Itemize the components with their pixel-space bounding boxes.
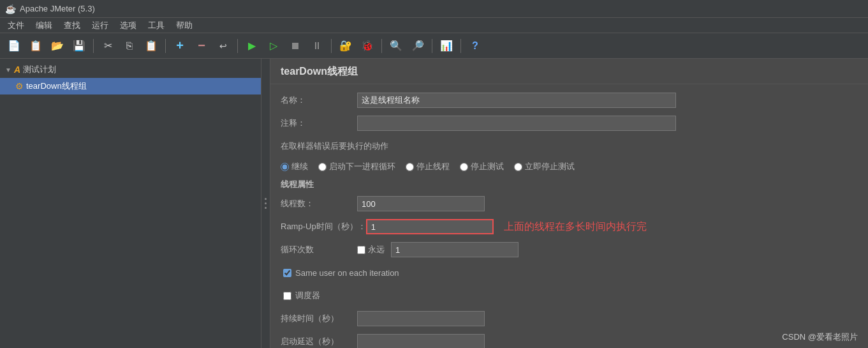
same-user-row: Same user on each iteration bbox=[281, 264, 858, 281]
startup-delay-row: 启动延迟（秒） bbox=[281, 333, 858, 348]
scheduler-row: 调度器 bbox=[281, 287, 858, 304]
menu-find[interactable]: 查找 bbox=[59, 19, 85, 33]
sampler-error-section: 在取样器错误后要执行的动作 继续 启动下一进程循环 停止线程 bbox=[281, 138, 858, 172]
content-title: tearDown线程组 bbox=[270, 59, 868, 84]
duration-label: 持续时间（秒） bbox=[281, 313, 357, 324]
sep5 bbox=[381, 39, 382, 53]
option-stop-test-now[interactable]: 立即停止测试 bbox=[514, 161, 575, 172]
sidebar-resize-handle[interactable] bbox=[261, 59, 270, 348]
menu-file[interactable]: 文件 bbox=[3, 19, 29, 33]
name-row: 名称： bbox=[281, 92, 858, 109]
function-helper-button[interactable]: 🐞 bbox=[357, 36, 378, 56]
sep3 bbox=[237, 39, 238, 53]
start-no-pauses-button[interactable]: ▷ bbox=[263, 36, 284, 56]
option-stop-test[interactable]: 停止测试 bbox=[460, 161, 504, 172]
teardown-label: tearDown线程组 bbox=[26, 80, 87, 92]
expand-arrow: ▼ bbox=[5, 66, 11, 73]
scheduler-checkbox[interactable] bbox=[283, 292, 291, 300]
forever-text: 永远 bbox=[368, 244, 385, 255]
comment-label: 注释： bbox=[281, 117, 357, 129]
dot1 bbox=[265, 198, 267, 200]
sampler-error-options: 继续 启动下一进程循环 停止线程 停止测试 bbox=[281, 161, 575, 172]
clear-button[interactable]: ↩ bbox=[213, 36, 233, 56]
duration-row: 持续时间（秒） bbox=[281, 310, 858, 327]
watermark: CSDN @爱看老照片 bbox=[782, 331, 858, 343]
continue-label: 继续 bbox=[291, 161, 308, 172]
templates-button[interactable]: 📋 bbox=[26, 36, 46, 56]
paste-button[interactable]: 📋 bbox=[141, 36, 161, 56]
remove-button[interactable]: − bbox=[191, 36, 212, 56]
option-stop-thread[interactable]: 停止线程 bbox=[406, 161, 450, 172]
loop-count-label: 循环次数 bbox=[281, 244, 357, 255]
menu-edit[interactable]: 编辑 bbox=[31, 19, 57, 33]
loop-row: 永远 bbox=[357, 242, 519, 257]
menu-tools[interactable]: 工具 bbox=[143, 19, 170, 33]
main-layout: ▼ A 测试计划 ⚙ tearDown线程组 tearDown线程组 名称： 注… bbox=[0, 59, 868, 348]
same-user-label[interactable]: Same user on each iteration bbox=[283, 268, 399, 278]
new-button[interactable]: 📄 bbox=[4, 36, 24, 56]
thread-count-input[interactable] bbox=[357, 196, 485, 211]
name-label: 名称： bbox=[281, 95, 357, 106]
toolbar: 📄 📋 📂 💾 ✂ ⎘ 📋 + − ↩ ▶ ▷ ⏹ ⏸ 🔐 🐞 🔍 🔎 📊 ? bbox=[0, 33, 868, 59]
cut-button[interactable]: ✂ bbox=[98, 36, 118, 56]
stop-test-now-label: 立即停止测试 bbox=[525, 161, 575, 172]
thread-count-label: 线程数： bbox=[281, 198, 357, 209]
radio-stop-test-now[interactable] bbox=[514, 163, 522, 171]
loop-count-input[interactable] bbox=[391, 242, 519, 257]
forever-checkbox[interactable] bbox=[357, 246, 365, 254]
app-icon: ☕ bbox=[5, 4, 16, 14]
menu-options[interactable]: 选项 bbox=[115, 19, 142, 33]
menu-bar: 文件 编辑 查找 运行 选项 工具 帮助 bbox=[0, 18, 868, 33]
teardown-icon: ⚙ bbox=[15, 81, 24, 91]
sep4 bbox=[331, 39, 332, 53]
thread-count-row: 线程数： bbox=[281, 195, 858, 212]
copy-button[interactable]: ⎘ bbox=[119, 36, 140, 56]
sep6 bbox=[432, 39, 432, 53]
sidebar: ▼ A 测试计划 ⚙ tearDown线程组 bbox=[0, 59, 261, 348]
ramp-up-label: Ramp-Up时间（秒）： bbox=[281, 221, 366, 232]
dot2 bbox=[265, 202, 267, 204]
radio-continue[interactable] bbox=[281, 163, 289, 171]
ramp-up-annotation: 上面的线程在多长时间内执行完 bbox=[504, 220, 647, 234]
option-continue[interactable]: 继续 bbox=[281, 161, 308, 172]
start-next-label: 启动下一进程循环 bbox=[329, 161, 395, 172]
ramp-up-input[interactable] bbox=[366, 219, 494, 234]
radio-stop-thread[interactable] bbox=[406, 163, 414, 171]
comment-input[interactable] bbox=[357, 116, 676, 131]
menu-run[interactable]: 运行 bbox=[87, 19, 114, 33]
open-button[interactable]: 📂 bbox=[47, 36, 68, 56]
save-button[interactable]: 💾 bbox=[69, 36, 89, 56]
debug-button[interactable]: 🔍 bbox=[386, 36, 406, 56]
sep2 bbox=[165, 39, 166, 53]
sidebar-item-test-plan[interactable]: ▼ A 测试计划 bbox=[0, 61, 261, 78]
scheduler-label[interactable]: 调度器 bbox=[283, 290, 320, 301]
stop-button[interactable]: ⏹ bbox=[285, 36, 305, 56]
scheduler-text: 调度器 bbox=[295, 290, 320, 301]
same-user-checkbox[interactable] bbox=[283, 269, 291, 277]
add-button[interactable]: + bbox=[170, 36, 190, 56]
start-button[interactable]: ▶ bbox=[242, 36, 262, 56]
forever-label[interactable]: 永远 bbox=[357, 244, 385, 255]
sidebar-item-teardown[interactable]: ⚙ tearDown线程组 bbox=[0, 78, 261, 95]
radio-start-next[interactable] bbox=[318, 163, 327, 171]
shutdown-button[interactable]: ⏸ bbox=[307, 36, 327, 56]
startup-delay-label: 启动延迟（秒） bbox=[281, 336, 357, 347]
log-viewer-button[interactable]: 📊 bbox=[436, 36, 457, 56]
same-user-text: Same user on each iteration bbox=[295, 268, 399, 278]
name-input[interactable] bbox=[357, 93, 676, 108]
title-bar: ☕ Apache JMeter (5.3) bbox=[0, 0, 868, 18]
duration-input[interactable] bbox=[357, 311, 485, 326]
stop-thread-label: 停止线程 bbox=[416, 161, 450, 172]
loop-count-row: 循环次数 永远 bbox=[281, 241, 858, 258]
content-area: tearDown线程组 名称： 注释： 在取样器错误后要执行的动作 继续 bbox=[270, 59, 868, 348]
search-button[interactable]: 🔎 bbox=[408, 36, 428, 56]
startup-delay-input[interactable] bbox=[357, 334, 485, 348]
menu-help[interactable]: 帮助 bbox=[171, 19, 198, 33]
dot3 bbox=[265, 207, 267, 209]
app-title: Apache JMeter (5.3) bbox=[20, 4, 95, 13]
ramp-up-row: Ramp-Up时间（秒）： 上面的线程在多长时间内执行完 bbox=[281, 218, 858, 235]
option-start-next[interactable]: 启动下一进程循环 bbox=[318, 161, 395, 172]
help-button[interactable]: ? bbox=[465, 36, 485, 56]
radio-stop-test[interactable] bbox=[460, 163, 468, 171]
ssl-manager-button[interactable]: 🔐 bbox=[335, 36, 356, 56]
